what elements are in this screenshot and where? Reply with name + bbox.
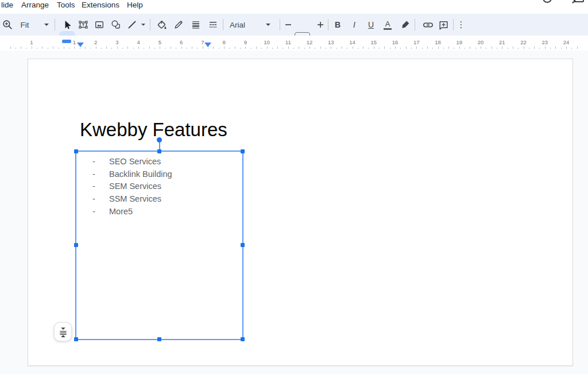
ruler-number: 9 — [240, 39, 250, 45]
list-item[interactable]: -SEM Services — [76, 180, 242, 193]
menu-arrange[interactable]: Arrange — [21, 1, 49, 10]
right-indent-marker[interactable] — [204, 43, 211, 47]
insert-line-button[interactable] — [125, 14, 139, 36]
font-family-value: Arial — [230, 21, 245, 29]
menu-slide-partial[interactable]: lide — [1, 1, 13, 10]
ruler-tick — [353, 47, 353, 49]
ruler-tick — [481, 47, 481, 49]
highlight-color-button[interactable] — [399, 14, 412, 36]
ruler-number: 4 — [133, 39, 144, 45]
insert-shape-icon — [110, 19, 122, 30]
list-item[interactable]: -SEO Services — [76, 156, 242, 168]
ruler-tick — [497, 48, 497, 49]
ruler-tick — [165, 48, 166, 49]
ruler-number: 13 — [326, 39, 336, 45]
ruler-tick — [566, 47, 567, 49]
border-dash-icon — [208, 20, 218, 30]
rotation-handle[interactable] — [157, 137, 162, 142]
zoom-in-button[interactable] — [1, 14, 14, 36]
slide-title-text[interactable]: Kwebby Features — [80, 119, 227, 140]
ruler-tick — [111, 48, 112, 49]
select-tool-button[interactable] — [60, 14, 75, 36]
menu-bar: lide Arrange Tools Extensions Help — [0, 0, 588, 14]
menu-tools[interactable]: Tools — [57, 1, 75, 10]
list-item[interactable]: -More5 — [76, 206, 242, 218]
resize-handle-bottom-center[interactable] — [157, 337, 161, 341]
toolbar: Fit — [0, 14, 588, 36]
comments-icon[interactable] — [571, 0, 585, 3]
fill-color-button[interactable] — [154, 14, 169, 36]
ruler-tick — [342, 47, 342, 49]
ruler-tick — [486, 48, 486, 49]
ruler-tick — [160, 47, 160, 49]
ruler-tick — [384, 47, 385, 49]
plus-icon — [317, 21, 324, 28]
list-bullet: - — [92, 206, 95, 218]
border-dash-button[interactable] — [206, 14, 220, 36]
ruler-tick — [256, 47, 257, 49]
border-weight-icon — [191, 20, 201, 30]
ruler-tick — [261, 48, 262, 49]
zoom-mode-caret[interactable] — [42, 14, 51, 36]
list-item[interactable]: -SSM Services — [76, 193, 242, 206]
ruler-tick — [406, 47, 407, 49]
version-history-icon[interactable] — [542, 0, 553, 4]
ruler-tick — [529, 48, 529, 49]
ruler-tick — [368, 48, 369, 49]
ruler-tick — [16, 48, 16, 49]
resize-handle-middle-right[interactable] — [241, 243, 245, 247]
resize-handle-middle-left[interactable] — [74, 243, 78, 247]
increase-font-size-button[interactable] — [316, 14, 325, 36]
menu-extensions[interactable]: Extensions — [82, 1, 119, 10]
ruler-tick — [138, 47, 139, 49]
ruler-tick — [42, 47, 42, 49]
text-autofit-button[interactable] — [54, 322, 72, 341]
slide-page[interactable]: Kwebby Features -SEO Services-Backlink B… — [28, 59, 573, 366]
bold-button[interactable]: B — [332, 14, 343, 36]
zoom-mode-select[interactable]: Fit — [16, 14, 33, 36]
ruler-tick — [74, 47, 75, 49]
ruler-tick — [336, 48, 337, 49]
selected-text-box[interactable]: -SEO Services-Backlink Building-SEM Serv… — [75, 151, 243, 340]
add-comment-button[interactable] — [436, 14, 451, 36]
ruler-tick — [176, 48, 176, 49]
insert-link-button[interactable] — [420, 14, 435, 36]
underline-button[interactable]: U — [366, 14, 376, 36]
bullet-list[interactable]: -SEO Services-Backlink Building-SEM Serv… — [76, 152, 242, 218]
ruler-tick — [21, 47, 21, 49]
insert-shape-button[interactable] — [109, 14, 123, 36]
ruler-number: 1 — [26, 39, 37, 45]
ruler-number: 21 — [497, 39, 507, 45]
font-family-caret[interactable] — [264, 14, 272, 36]
ruler-tick — [470, 47, 470, 49]
ruler-tick — [304, 48, 305, 49]
ruler-tick — [197, 48, 198, 49]
insert-image-icon — [94, 19, 105, 30]
list-item[interactable]: -Backlink Building — [76, 168, 242, 181]
ruler-number: 2 — [91, 39, 101, 45]
ruler-tick — [432, 48, 433, 49]
insert-image-button[interactable] — [92, 14, 107, 36]
text-box-tool-button[interactable] — [76, 14, 91, 36]
first-line-indent-marker[interactable] — [62, 40, 71, 43]
resize-handle-bottom-right[interactable] — [241, 337, 245, 341]
left-indent-marker[interactable] — [77, 43, 84, 47]
border-color-button[interactable] — [171, 14, 186, 36]
font-family-select[interactable]: Arial — [230, 14, 253, 36]
italic-button[interactable]: I — [349, 14, 359, 36]
ruler-tick — [379, 48, 380, 49]
border-weight-button[interactable] — [188, 14, 203, 36]
insert-line-caret[interactable] — [140, 14, 146, 36]
text-color-icon: A — [384, 20, 392, 30]
ruler-tick — [454, 48, 454, 49]
text-color-button[interactable]: A — [382, 14, 393, 36]
ruler-number: 23 — [540, 39, 550, 45]
resize-handle-bottom-left[interactable] — [74, 337, 78, 341]
more-options-button[interactable]: ⋮ — [457, 14, 466, 36]
menu-help[interactable]: Help — [127, 1, 143, 10]
ruler-tick — [555, 47, 556, 49]
decrease-font-size-button[interactable] — [284, 14, 293, 36]
ruler-tick — [245, 47, 246, 49]
list-bullet: - — [92, 168, 95, 181]
ruler-tick — [80, 48, 80, 49]
